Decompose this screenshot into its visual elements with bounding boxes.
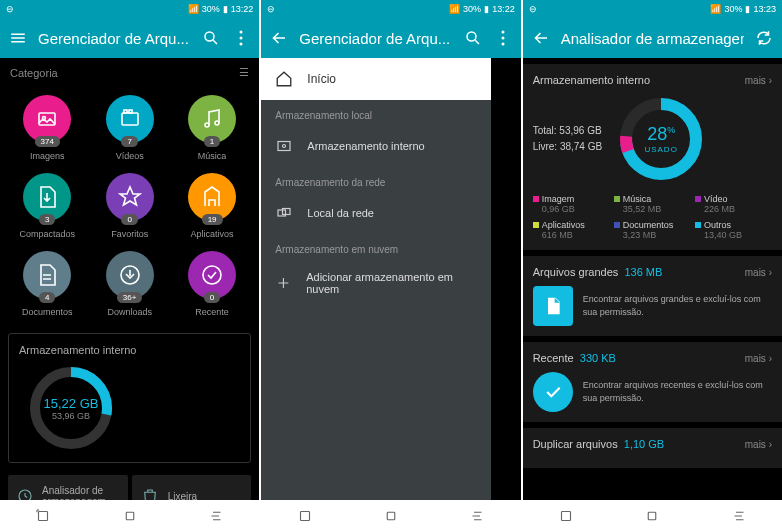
back-icon[interactable]: [730, 507, 748, 525]
menu-icon[interactable]: [8, 28, 28, 48]
category-aplicativos[interactable]: 19 Aplicativos: [173, 169, 251, 243]
back-arrow-icon[interactable]: [269, 28, 289, 48]
home-icon[interactable]: [382, 507, 400, 525]
legend-name: Outros: [704, 220, 731, 230]
usage-donut-icon: 28% USADO: [616, 94, 706, 184]
recents-icon[interactable]: [34, 507, 52, 525]
drawer-section-header: Armazenamento em nuvem: [261, 234, 491, 259]
app-bar: Gerenciador de Arqu...: [261, 18, 520, 58]
storage-card[interactable]: Armazenamento interno 15,22 GB 53,96 GB: [8, 333, 251, 463]
svg-rect-4: [39, 113, 55, 125]
drawer-item-icon: [275, 274, 292, 292]
refresh-icon[interactable]: [754, 28, 774, 48]
list-icon[interactable]: ☰: [239, 66, 249, 79]
battery-icon: ▮: [745, 4, 750, 14]
app-title: Gerenciador de Arqu...: [299, 30, 452, 47]
svg-point-3: [240, 43, 243, 46]
internal-storage-card[interactable]: Armazenamento interno mais › Total: 53,9…: [523, 64, 782, 250]
category-label: Imagens: [30, 151, 65, 161]
more-link[interactable]: mais ›: [745, 353, 772, 364]
legend-dot-icon: [533, 222, 539, 228]
svg-point-1: [240, 31, 243, 34]
legend-name: Vídeo: [704, 194, 728, 204]
legend-name: Imagem: [542, 194, 575, 204]
svg-rect-19: [126, 512, 134, 520]
app-title: Gerenciador de Arqu...: [38, 30, 191, 47]
category-icon: [118, 107, 142, 131]
clock: 13:22: [231, 4, 254, 14]
legend-dot-icon: [695, 222, 701, 228]
screen-1: ⊖ 📶 30% ▮ 13:22 Gerenciador de Arqu... C…: [0, 0, 259, 532]
category-icon: [35, 107, 59, 131]
category-label: Recente: [195, 307, 229, 317]
drawer-item[interactable]: Local da rede: [261, 192, 491, 234]
action-1[interactable]: Lixeira: [132, 475, 252, 500]
recent-card[interactable]: Recente 330 KB mais › Encontrar arquivos…: [523, 342, 782, 422]
category-icon: [118, 263, 142, 287]
card-desc: Encontrar arquivos grandes e excluí-los …: [583, 293, 772, 318]
legend-value: 616 MB: [542, 230, 610, 240]
card-title: Duplicar arquivos: [533, 438, 618, 450]
card-size: 330 KB: [580, 352, 616, 364]
drawer-item[interactable]: Armazenamento interno: [261, 125, 491, 167]
svg-rect-28: [300, 512, 309, 521]
home-icon[interactable]: [121, 507, 139, 525]
carrier-icon: ⊖: [6, 4, 14, 14]
category-count: 7: [121, 136, 137, 147]
legend-item: Outros 13,40 GB: [695, 220, 772, 240]
category-recente[interactable]: 0 Recente: [173, 247, 251, 321]
drawer-item[interactable]: Adicionar armazenamento em nuvem: [261, 259, 491, 307]
svg-point-0: [205, 32, 214, 41]
category-count: 0: [121, 214, 137, 225]
category-count: 36+: [117, 292, 143, 303]
category-icon: [200, 107, 224, 131]
legend-item: Imagem 0,96 GB: [533, 194, 610, 214]
large-file-icon: [533, 286, 573, 326]
back-arrow-icon[interactable]: [531, 28, 551, 48]
svg-point-2: [240, 37, 243, 40]
category-label: Documentos: [22, 307, 73, 317]
category-vídeos[interactable]: 7 Vídeos: [90, 91, 168, 165]
svg-rect-24: [278, 142, 290, 151]
drawer-item-label: Adicionar armazenamento em nuvem: [306, 271, 477, 295]
recents-icon[interactable]: [296, 507, 314, 525]
category-música[interactable]: 1 Música: [173, 91, 251, 165]
battery-pct: 30%: [463, 4, 481, 14]
nav-bar: [523, 500, 782, 532]
svg-point-21: [501, 31, 504, 34]
action-0[interactable]: Analisador de armazenagem: [8, 475, 128, 500]
duplicate-card[interactable]: Duplicar arquivos 1,10 GB mais ›: [523, 428, 782, 468]
legend-dot-icon: [614, 196, 620, 202]
battery-icon: ▮: [484, 4, 489, 14]
more-link[interactable]: mais ›: [745, 75, 772, 86]
overflow-icon[interactable]: [493, 28, 513, 48]
legend-dot-icon: [533, 196, 539, 202]
back-icon[interactable]: [468, 507, 486, 525]
drawer-item-label: Local da rede: [307, 207, 374, 219]
home-icon: [275, 70, 293, 88]
svg-rect-33: [561, 512, 570, 521]
drawer-home[interactable]: Início: [261, 58, 491, 100]
recents-icon[interactable]: [557, 507, 575, 525]
category-icon: [118, 185, 142, 209]
drawer-home-label: Início: [307, 72, 336, 86]
overflow-icon[interactable]: [231, 28, 251, 48]
search-icon[interactable]: [463, 28, 483, 48]
home-icon[interactable]: [643, 507, 661, 525]
storage-used: 15,22 GB: [44, 396, 99, 411]
legend-dot-icon: [614, 222, 620, 228]
category-favoritos[interactable]: 0 Favoritos: [90, 169, 168, 243]
legend-value: 35,52 MB: [623, 204, 691, 214]
large-files-card[interactable]: Arquivos grandes 136 MB mais › Encontrar…: [523, 256, 782, 336]
back-icon[interactable]: [207, 507, 225, 525]
legend-name: Aplicativos: [542, 220, 585, 230]
category-documentos[interactable]: 4 Documentos: [8, 247, 86, 321]
more-link[interactable]: mais ›: [745, 267, 772, 278]
more-link[interactable]: mais ›: [745, 439, 772, 450]
drawer-item-label: Armazenamento interno: [307, 140, 424, 152]
category-compactados[interactable]: 3 Compactados: [8, 169, 86, 243]
category-label: Música: [198, 151, 227, 161]
category-imagens[interactable]: 374 Imagens: [8, 91, 86, 165]
category-downloads[interactable]: 36+ Downloads: [90, 247, 168, 321]
search-icon[interactable]: [201, 28, 221, 48]
